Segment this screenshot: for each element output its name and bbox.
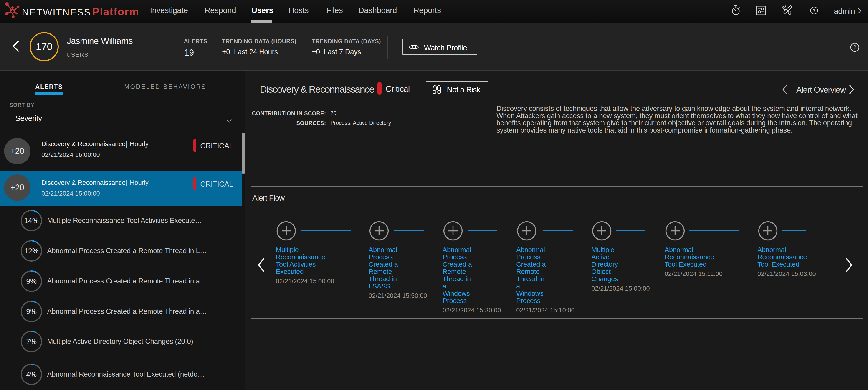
svg-text:?: ? [853,44,856,50]
svg-text:?: ? [813,8,815,13]
